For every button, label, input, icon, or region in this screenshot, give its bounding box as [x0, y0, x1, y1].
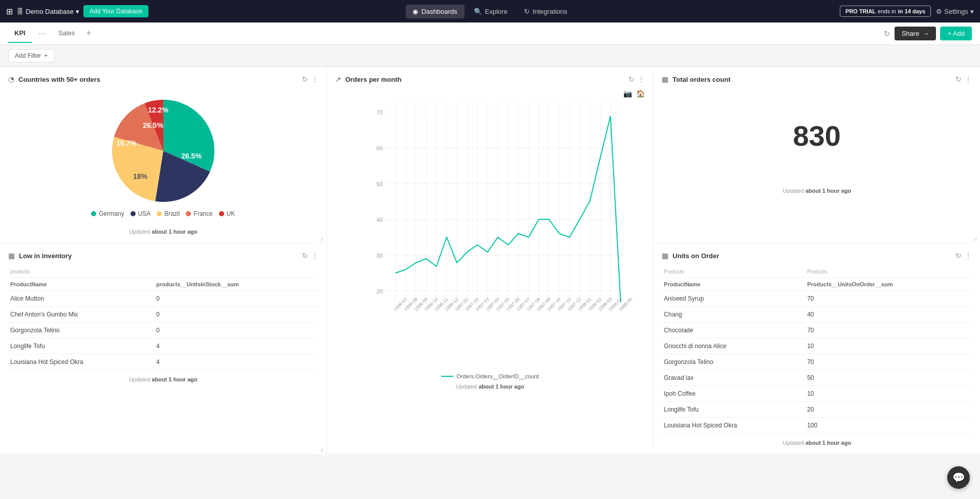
inventory-col2-header: products__UnitsInStock__sum [154, 278, 318, 291]
svg-text:30: 30 [376, 253, 382, 259]
orders-more-icon[interactable]: ⋮ [638, 75, 645, 83]
units-col1-header: ProductName [662, 278, 805, 291]
dashboard-grid: ◔ Countries with 50+ orders ↻ ⋮ 26.5% [0, 67, 980, 454]
line-chart-icon: ↗ [335, 75, 341, 83]
units-table-row: Chocolade70 [662, 323, 972, 338]
units-table-row: Gorgonzola Telino70 [662, 354, 972, 370]
settings-chevron-icon: ▾ [970, 8, 974, 15]
inventory-product-value: 0 [154, 291, 318, 307]
units-product-value: 50 [805, 370, 972, 386]
units-more-icon[interactable]: ⋮ [965, 252, 972, 260]
units-table-row: Chang40 [662, 307, 972, 323]
units-product-name: Ipoh Coffee [662, 386, 805, 402]
legend-france: France [186, 210, 212, 217]
total-more-icon[interactable]: ⋮ [965, 75, 972, 83]
tab-add-icon[interactable]: + [83, 28, 95, 39]
inventory-table-row: Gorgonzola Telino0 [8, 323, 318, 338]
home-icon[interactable]: 🏠 [636, 89, 645, 98]
chevron-down-icon: ▾ [76, 8, 79, 15]
units-product-value: 10 [805, 386, 972, 402]
units-product-name: Louisiana Hot Spiced Okra [662, 418, 805, 434]
inventory-refresh-icon[interactable]: ↻ [302, 252, 308, 260]
orders-chart-title: Orders per month [345, 76, 625, 83]
low-inventory-table: products ProductName products__UnitsInSt… [8, 266, 318, 370]
orders-refresh-icon[interactable]: ↻ [628, 75, 635, 83]
orders-chart-area: 70 60 50 40 30 20 1996-07 1996-08 1996-0… [335, 102, 645, 369]
line-chart-svg: 70 60 50 40 30 20 1996-07 1996-08 1996-0… [361, 102, 645, 347]
integrations-icon: ↻ [524, 8, 530, 15]
resize-handle[interactable]: ⊿ [319, 236, 324, 241]
pie-label-brazil: 18% [133, 172, 148, 180]
inventory-table-row: Longlife Tofu4 [8, 338, 318, 354]
pie-chart-icon: ◔ [8, 75, 14, 83]
units-product-value: 10 [805, 338, 972, 354]
total-updated-text: Updated about 1 hour ago [662, 188, 972, 194]
legend-germany: Germany [91, 210, 124, 217]
share-button[interactable]: Share → [895, 27, 937, 40]
camera-icon[interactable]: 📷 [623, 89, 632, 98]
svg-text:50: 50 [376, 181, 382, 187]
gear-icon: ⚙ [936, 8, 942, 15]
inventory-table-row: Chef Anton's Gumbo Mix0 [8, 307, 318, 323]
pro-trial-badge[interactable]: PRO TRIAL ends in in 14 days [840, 6, 931, 17]
inventory-table-icon: ▦ [8, 252, 15, 260]
total-orders-title: Total orders count [672, 76, 951, 83]
inventory-product-name: Louisiana Hot Spiced Okra [8, 354, 154, 370]
inventory-product-value: 0 [154, 307, 318, 323]
filter-bar: Add Filter + [0, 45, 980, 67]
units-on-order-table: Products Products ProductName Products__… [662, 266, 972, 434]
nav-explore[interactable]: 🔍 Explore [467, 5, 515, 18]
explore-icon: 🔍 [474, 8, 482, 15]
add-filter-button[interactable]: Add Filter + [8, 49, 54, 62]
tab-more-icon[interactable]: ⋯ [34, 29, 50, 38]
inventory-resize-handle[interactable]: ⊿ [319, 447, 324, 452]
pie-label-uk: 12.2% [148, 106, 168, 114]
settings-button[interactable]: ⚙ Settings ▾ [936, 8, 974, 15]
orders-updated-text: Updated about 1 hour ago [335, 383, 645, 390]
add-database-button[interactable]: Add Your Database [83, 5, 148, 17]
svg-text:70: 70 [376, 109, 382, 116]
orders-per-month-card: ↗ Orders per month ↻ ⋮ 📷 🏠 [327, 67, 654, 454]
pie-more-icon[interactable]: ⋮ [311, 75, 318, 83]
inventory-more-icon[interactable]: ⋮ [311, 252, 318, 260]
total-resize-handle[interactable]: ⊿ [973, 236, 978, 241]
total-orders-card: ▦ Total orders count ↻ ⋮ 830 Updated abo… [654, 67, 980, 243]
grid-icon: ⊞ [6, 7, 13, 16]
total-refresh-icon[interactable]: ↻ [955, 75, 962, 83]
tab-sales[interactable]: Sales [52, 24, 81, 43]
total-orders-value: 830 [662, 89, 972, 182]
svg-text:20: 20 [376, 288, 382, 294]
units-product-name: Aniseed Syrup [662, 291, 805, 307]
nav-dashboards[interactable]: ◉ Dashboards [405, 5, 464, 18]
top-navigation: ⊞ 🗄 Demo Database ▾ Add Your Database ◉ … [0, 0, 980, 22]
units-table-row: Louisiana Hot Spiced Okra100 [662, 418, 972, 434]
inventory-product-value: 4 [154, 338, 318, 354]
pie-container: 26.5% 26.5% 18% 16.7% 12.2% Germany USA … [8, 89, 318, 222]
nav-integrations[interactable]: ↻ Integrations [517, 5, 575, 18]
share-arrow-icon: → [922, 30, 929, 37]
refresh-icon[interactable]: ↻ [884, 29, 890, 38]
svg-text:40: 40 [376, 217, 382, 223]
countries-pie-card: ◔ Countries with 50+ orders ↻ ⋮ 26.5% [0, 67, 326, 243]
table-icon: ▦ [662, 75, 668, 83]
legend-dot-france [186, 211, 191, 216]
chart-legend: Orders.Orders__OrderID__count [335, 373, 645, 379]
units-col2-header: Products__UnitsOnOrder__sum [805, 278, 972, 291]
pie-refresh-icon[interactable]: ↻ [302, 75, 308, 83]
database-selector[interactable]: 🗄 Demo Database ▾ [17, 8, 79, 15]
tab-kpi[interactable]: KPI [8, 24, 32, 43]
legend-dot-brazil [157, 211, 162, 216]
legend-line-icon [441, 376, 453, 377]
legend-dot-germany [91, 211, 96, 216]
inventory-product-value: 0 [154, 323, 318, 338]
pie-label-france: 16.7% [116, 139, 137, 147]
units-table-row: Gnocchi di nonna Alice10 [662, 338, 972, 354]
legend-usa: USA [130, 210, 151, 217]
units-product-value: 40 [805, 307, 972, 323]
units-product-name: Gravad lax [662, 370, 805, 386]
units-refresh-icon[interactable]: ↻ [955, 252, 962, 260]
units-product-value: 20 [805, 402, 972, 418]
units-table-icon: ▦ [662, 252, 668, 260]
add-button[interactable]: + Add [940, 27, 972, 40]
units-product-name: Chocolade [662, 323, 805, 338]
